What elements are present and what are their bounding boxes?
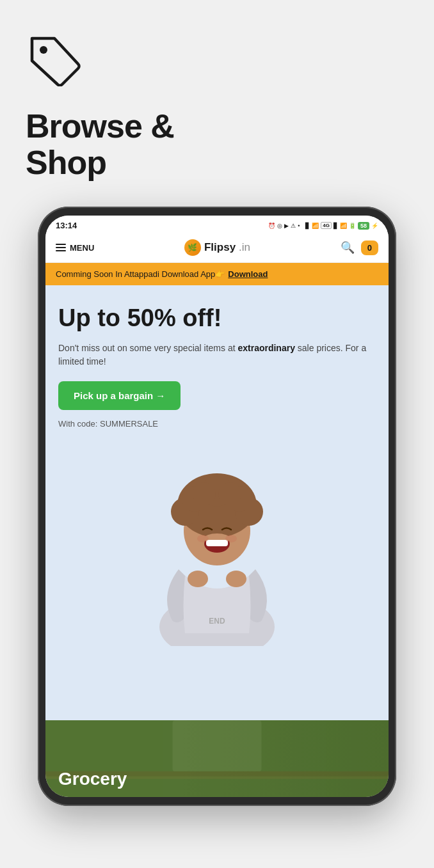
hamburger-icon — [56, 244, 66, 251]
svg-rect-23 — [173, 721, 262, 771]
svg-point-16 — [225, 535, 237, 542]
page-container: Browse & Shop 13:14 ⏰ ◎ ▶ ⚠ • ▊ 📶 4G — [0, 0, 434, 868]
bargain-button-label: Pick up a bargain → — [74, 390, 165, 401]
logo-domain: .in — [239, 241, 250, 254]
phone-mockup: 13:14 ⏰ ◎ ▶ ⚠ • ▊ 📶 4G ▊ 📶 🔋 58 — [38, 207, 396, 806]
tag-icon-container — [26, 32, 408, 89]
download-link[interactable]: Download — [228, 269, 268, 279]
nav-menu-button[interactable]: MENU — [56, 243, 94, 253]
menu-label: MENU — [70, 243, 94, 253]
svg-point-18 — [226, 571, 246, 587]
promo-banner: Comming Soon In Attappadi Download App👉 … — [45, 263, 389, 285]
nav-bar: MENU 🌿 Flipsy.in 🔍 0 — [45, 233, 389, 263]
brand-logo[interactable]: 🌿 Flipsy.in — [184, 239, 250, 256]
svg-text:END: END — [209, 617, 225, 626]
svg-rect-14 — [206, 540, 228, 546]
cart-badge[interactable]: 0 — [361, 241, 378, 255]
status-time: 13:14 — [56, 221, 77, 230]
svg-point-17 — [188, 571, 208, 587]
svg-point-10 — [193, 482, 216, 505]
svg-point-0 — [40, 46, 47, 54]
promo-code-text: With code: SUMMERSALE — [58, 419, 376, 429]
phone-screen: 13:14 ⏰ ◎ ▶ ⚠ • ▊ 📶 4G ▊ 📶 🔋 58 — [45, 216, 389, 797]
status-bar: 13:14 ⏰ ◎ ▶ ⚠ • ▊ 📶 4G ▊ 📶 🔋 58 — [45, 216, 389, 233]
person-illustration: END — [127, 441, 307, 646]
logo-circle-icon: 🌿 — [184, 239, 201, 256]
phone-wrapper: 13:14 ⏰ ◎ ▶ ⚠ • ▊ 📶 4G ▊ 📶 🔋 58 — [26, 207, 408, 806]
banner-text: Comming Soon In Attappadi Download App👉 — [56, 269, 225, 279]
svg-point-15 — [197, 535, 209, 542]
search-icon[interactable]: 🔍 — [341, 241, 355, 255]
battery-indicator: 58 — [358, 222, 369, 230]
logo-name: Flipsy — [204, 241, 236, 254]
cart-count: 0 — [367, 243, 372, 253]
grocery-section: Grocery — [45, 720, 389, 797]
browse-shop-heading: Browse & Shop — [26, 108, 408, 181]
grocery-label: Grocery — [58, 769, 127, 789]
hero-section: Up to 50% off! Don't miss out on some ve… — [45, 285, 389, 720]
bargain-button[interactable]: Pick up a bargain → — [58, 381, 181, 410]
svg-point-11 — [218, 482, 241, 505]
status-icons: ⏰ ◎ ▶ ⚠ • ▊ 📶 4G ▊ 📶 🔋 58 ⚡ — [268, 222, 378, 230]
hero-person-image: END — [58, 441, 376, 646]
tag-icon — [26, 32, 83, 86]
sale-heading: Up to 50% off! — [58, 304, 376, 333]
nav-actions: 🔍 0 — [341, 241, 378, 255]
hero-description: Don't miss out on some very special item… — [58, 342, 376, 368]
